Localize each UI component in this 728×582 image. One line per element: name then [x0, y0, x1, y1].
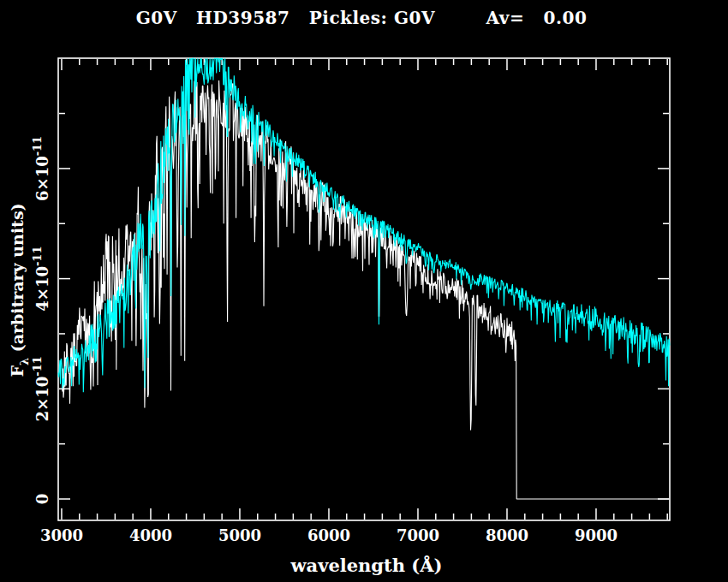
x-tick-label: 6000: [307, 526, 350, 544]
x-tick-label: 9000: [575, 526, 618, 544]
x-tick-label: 4000: [129, 526, 172, 544]
y-tick-label: 6×10-11: [31, 136, 51, 201]
y-tick-label: 2×10-11: [31, 356, 51, 421]
y-tick-label: 0: [33, 494, 51, 505]
x-tick-label: 5000: [218, 526, 261, 544]
y-axis-units: (arbitrary units): [8, 203, 27, 358]
x-tick-label: 3000: [40, 526, 83, 544]
y-axis-title: Fλ (arbitrary units): [8, 183, 30, 397]
spectrum-plot: 300040005000600070008000900002×10-114×10…: [0, 0, 728, 582]
observed-spectrum-line: [63, 80, 670, 499]
y-tick-label: 4×10-11: [31, 246, 51, 312]
flux-symbol: F: [8, 365, 27, 377]
lambda-subscript: λ: [18, 358, 31, 365]
plot-frame: [58, 58, 670, 520]
spectrum-viewer-window: 300040005000600070008000900002×10-114×10…: [0, 0, 728, 582]
x-axis-title: wavelength (Å): [238, 555, 495, 576]
x-tick-label: 7000: [397, 526, 439, 544]
x-tick-label: 8000: [486, 526, 528, 544]
plot-title: G0V HD39587 Pickles: G0V Av= 0.00: [62, 8, 661, 28]
